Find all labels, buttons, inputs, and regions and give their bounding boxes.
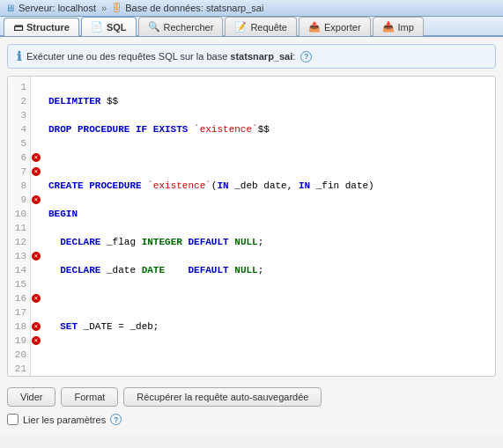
exporter-icon: 📤	[308, 21, 321, 33]
imp-icon: 📥	[382, 21, 395, 33]
rechercher-icon: 🔍	[148, 21, 160, 33]
code-line-6: DECLARE _flag INTEGER DEFAULT NULL;	[48, 235, 490, 249]
code-line-5: BEGIN	[48, 207, 490, 221]
bottom-bar: Vider Format Récupérer la requête auto-s…	[7, 384, 496, 410]
format-button[interactable]: Format	[61, 387, 118, 407]
main-content: ℹ Exécuter une ou des requêtes SQL sur l…	[0, 37, 503, 436]
requete-icon: 📝	[234, 21, 247, 33]
lier-checkbox[interactable]	[7, 414, 18, 425]
code-line-10	[48, 348, 490, 362]
lier-help-icon[interactable]: ?	[110, 414, 122, 425]
server-label: Serveur: localhost	[18, 3, 96, 13]
code-line-8	[48, 291, 490, 305]
code-content[interactable]: DELIMITER $$ DROP PROCEDURE IF EXISTS `e…	[43, 77, 495, 376]
code-line-7: DECLARE _date DATE DEFAULT NULL;	[48, 263, 490, 277]
breadcrumb-sep: »	[101, 3, 107, 13]
tab-requete[interactable]: 📝 Requête	[225, 17, 297, 36]
line-numbers: 12345 678910 1112131415 1617181920 2122	[8, 77, 31, 376]
tab-rechercher[interactable]: 🔍 Rechercher	[138, 17, 224, 36]
db-label: Base de données: statsnarp_sai	[125, 3, 263, 13]
structure-icon: 🗃	[13, 22, 23, 33]
tabs-bar: 🗃 Structure 📄 SQL 🔍 Rechercher 📝 Requête…	[0, 17, 503, 37]
error-markers: ✕ ✕ ✕ ✕ ✕ ✕ ✕	[31, 77, 43, 376]
tab-imp[interactable]: 📥 Imp	[373, 17, 424, 36]
code-editor[interactable]: 12345 678910 1112131415 1617181920 2122 …	[7, 76, 496, 377]
code-line-1: DELIMITER $$	[48, 94, 490, 108]
db-icon: 🗄	[112, 3, 122, 13]
help-circle-icon[interactable]: ?	[300, 51, 312, 62]
recuperer-button[interactable]: Récupérer la requête auto-sauvegardée	[123, 387, 322, 407]
tab-structure[interactable]: 🗃 Structure	[4, 18, 79, 36]
error-dot-16: ✕	[32, 294, 41, 303]
error-dot-6: ✕	[32, 153, 41, 162]
vider-button[interactable]: Vider	[7, 387, 55, 407]
sql-icon: 📄	[91, 21, 103, 33]
error-dot-13: ✕	[32, 252, 41, 261]
titlebar-server-icon: 🖥	[5, 3, 15, 13]
checkbox-row: Lier les paramètres ?	[7, 410, 496, 429]
info-box: ℹ Exécuter une ou des requêtes SQL sur l…	[7, 44, 496, 69]
error-dot-18: ✕	[32, 322, 41, 331]
info-text: Exécuter une ou des requêtes SQL sur la …	[26, 51, 295, 62]
code-line-2: DROP PROCEDURE IF EXISTS `existence`$$	[48, 122, 490, 136]
tab-exporter[interactable]: 📤 Exporter	[299, 17, 371, 36]
lier-label: Lier les paramètres	[23, 415, 106, 425]
error-dot-7: ✕	[32, 167, 41, 176]
error-dot-9: ✕	[32, 195, 41, 204]
code-line-9: SET _DATE = _deb;	[48, 319, 490, 334]
tab-sql[interactable]: 📄 SQL	[81, 17, 137, 36]
code-line-3	[48, 151, 490, 165]
titlebar: 🖥 Serveur: localhost » 🗄 Base de données…	[0, 0, 503, 17]
code-line-4: CREATE PROCEDURE `existence`(IN _deb dat…	[48, 179, 490, 193]
error-dot-19: ✕	[32, 336, 41, 345]
info-icon: ℹ	[17, 49, 21, 63]
